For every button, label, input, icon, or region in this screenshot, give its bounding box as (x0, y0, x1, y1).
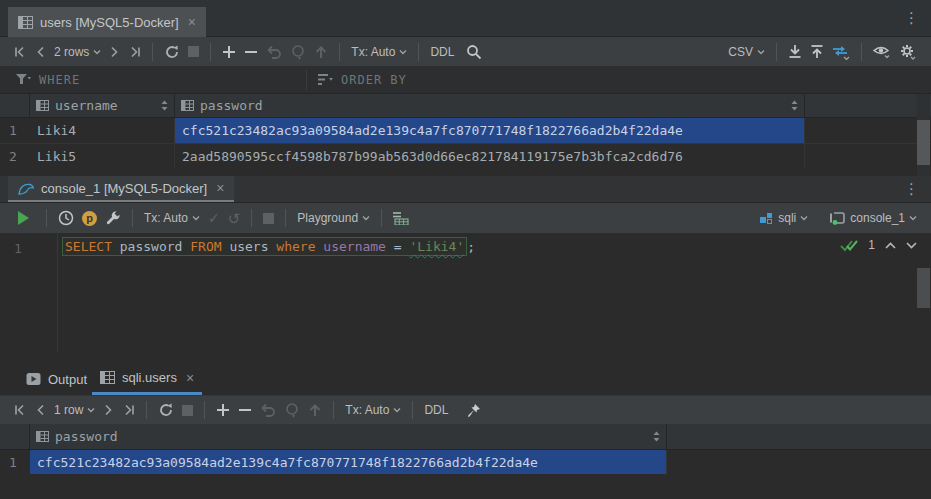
session-icon (830, 211, 845, 225)
page-size-selector[interactable]: 1 row (50, 399, 99, 421)
next-page-icon[interactable] (105, 41, 123, 63)
reload-changes-icon (280, 399, 304, 421)
compare-data-icon[interactable] (828, 41, 854, 63)
column-header-password[interactable]: password (175, 94, 805, 117)
column-label: password (200, 98, 263, 113)
output-layout-icon[interactable] (389, 207, 414, 229)
tab-result-label: sqli.users (122, 370, 177, 385)
delete-row-icon[interactable] (240, 41, 262, 63)
users-data-grid: username password 1 Liki4 cfc521c23482ac… (0, 94, 931, 176)
import-data-icon[interactable] (806, 41, 828, 63)
cell-password-selected[interactable]: cfc521c23482ac93a09584ad2e139c4a7fc87077… (30, 450, 667, 474)
prev-page-icon[interactable] (32, 41, 50, 63)
ddl-button[interactable]: DDL (426, 41, 458, 63)
editor-scrollbar-thumb[interactable] (917, 268, 930, 308)
settings-gear-icon[interactable] (895, 41, 921, 63)
pin-tab-icon[interactable] (462, 399, 485, 421)
refresh-icon[interactable] (160, 41, 184, 63)
close-icon[interactable]: × (188, 15, 196, 29)
delete-row-icon[interactable] (234, 399, 256, 421)
table-icon (100, 371, 115, 384)
export-format-selector[interactable]: CSV (724, 41, 769, 63)
tab-result-grid[interactable]: sqli.users × (92, 363, 202, 395)
chevron-down-icon (757, 49, 765, 55)
refresh-icon[interactable] (154, 399, 178, 421)
parameters-icon[interactable]: p (78, 207, 101, 229)
last-page-icon[interactable] (123, 41, 145, 63)
cell-password[interactable]: 2aad5890595ccf4598b787b99ab563d0d66ec821… (175, 144, 805, 168)
add-row-icon[interactable] (218, 41, 240, 63)
tab-output[interactable]: Output (18, 363, 95, 395)
first-page-icon[interactable] (10, 399, 32, 421)
grid-corner[interactable] (0, 424, 30, 449)
order-by-field[interactable]: ORDER BY (306, 73, 407, 87)
session-selector[interactable]: console_1 (826, 207, 921, 229)
result-panel-tab-bar: Output sqli.users × (0, 352, 931, 395)
editor-gutter (0, 233, 58, 352)
cell-username[interactable]: Liki5 (30, 144, 175, 168)
ddl-button[interactable]: DDL (420, 399, 452, 421)
tab-console[interactable]: console_1 [MySQL5-Docker] × (8, 176, 234, 202)
stop-icon (178, 399, 197, 421)
table-row[interactable]: 1 cfc521c23482ac93a09584ad2e139c4a7fc870… (0, 450, 931, 474)
next-page-icon[interactable] (99, 399, 117, 421)
view-options-icon[interactable] (869, 41, 895, 63)
cell-password-selected[interactable]: cfc521c23482ac93a09584ad2e139c4a7fc87077… (175, 118, 805, 143)
schema-selector[interactable]: sqli (755, 207, 812, 229)
grid-toolbar: 2 rows Tx: Auto DDL CSV (0, 37, 931, 66)
close-icon[interactable]: × (186, 371, 194, 385)
wrench-settings-icon[interactable] (101, 207, 125, 229)
last-page-icon[interactable] (117, 399, 139, 421)
chevron-down-icon (393, 407, 401, 413)
history-clock-icon[interactable] (54, 207, 78, 229)
stop-icon (184, 41, 203, 63)
results-count: 1 (868, 238, 875, 252)
column-header-password[interactable]: password (30, 424, 667, 449)
where-filter-field[interactable]: WHERE (0, 73, 306, 87)
add-row-icon[interactable] (212, 399, 234, 421)
sort-toggle-icon[interactable] (791, 99, 798, 112)
tab-users-table[interactable]: users [MySQL5-Docker] × (8, 7, 206, 37)
column-icon (181, 100, 194, 111)
sql-statement-line[interactable]: SELECT password FROM users where usernam… (62, 239, 475, 254)
cell-username[interactable]: Liki4 (30, 118, 175, 143)
prev-page-icon[interactable] (32, 399, 50, 421)
filter-bar: WHERE ORDER BY (0, 66, 931, 94)
next-result-chevron-icon[interactable] (906, 242, 917, 249)
first-page-icon[interactable] (10, 41, 32, 63)
result-toolbar: 1 row Tx: Auto DDL (0, 395, 931, 424)
chevron-down-icon (362, 215, 370, 221)
console-tab-bar: console_1 [MySQL5-Docker] × ⋮ (0, 176, 931, 203)
export-data-icon[interactable] (784, 41, 806, 63)
close-icon[interactable]: × (216, 181, 224, 195)
line-number: 1 (14, 241, 22, 256)
grid-scrollbar-thumb[interactable] (917, 120, 930, 165)
column-header-username[interactable]: username (30, 94, 175, 117)
column-label: password (55, 429, 118, 444)
table-row[interactable]: 2 Liki5 2aad5890595ccf4598b787b99ab563d0… (0, 143, 931, 168)
page-size-selector[interactable]: 2 rows (50, 41, 105, 63)
grid-corner[interactable] (0, 94, 30, 117)
mysql-dolphin-icon (18, 182, 34, 195)
tx-mode-selector[interactable]: Tx: Auto (347, 41, 411, 63)
chevron-down-icon (800, 215, 808, 221)
playground-mode-selector[interactable]: Playground (293, 207, 374, 229)
sort-toggle-icon[interactable] (653, 430, 660, 443)
prev-result-chevron-icon[interactable] (885, 242, 896, 249)
tx-mode-selector[interactable]: Tx: Auto (140, 207, 204, 229)
column-label: username (55, 98, 118, 113)
sql-editor[interactable]: 1 SELECT password FROM users where usern… (0, 233, 931, 352)
order-by-label: ORDER BY (341, 73, 407, 87)
search-icon[interactable] (462, 41, 486, 63)
sort-toggle-icon[interactable] (161, 99, 168, 112)
reload-changes-icon (286, 41, 310, 63)
row-number: 2 (0, 144, 30, 168)
kebab-menu-icon[interactable]: ⋮ (904, 10, 919, 25)
kebab-menu-icon[interactable]: ⋮ (904, 181, 919, 196)
tx-mode-selector[interactable]: Tx: Auto (341, 399, 405, 421)
revert-icon (256, 399, 280, 421)
run-button[interactable] (14, 207, 33, 229)
schema-icon (759, 211, 773, 225)
rollback-icon: ↺ (224, 207, 245, 229)
table-row[interactable]: 1 Liki4 cfc521c23482ac93a09584ad2e139c4a… (0, 118, 931, 143)
